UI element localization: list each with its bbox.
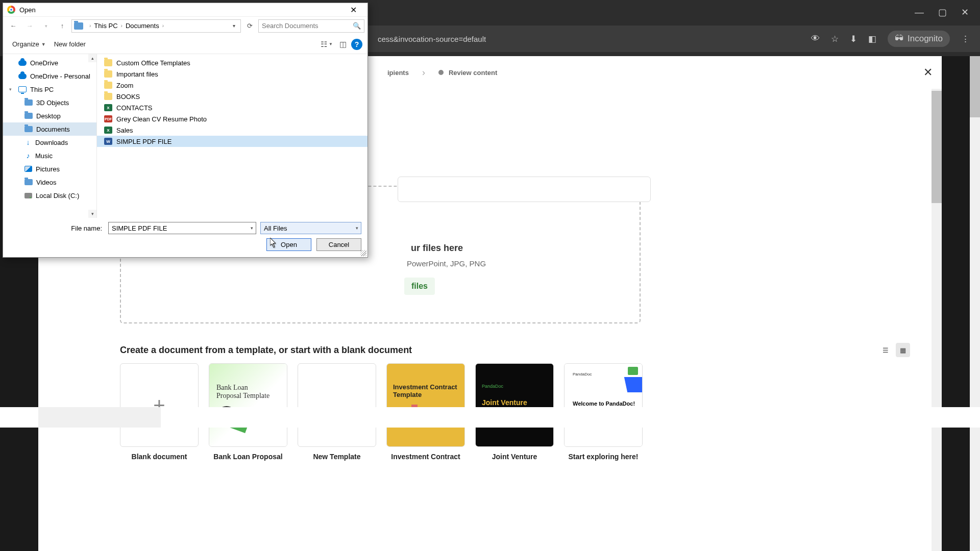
dialog-footer: File name: SIMPLE PDF FILE ▾ All Files ▾… [3, 218, 368, 257]
tree-item-this-pc[interactable]: ▾This PC [3, 83, 96, 96]
dialog-close-icon[interactable]: ✕ [343, 5, 363, 15]
dialog-nav: ← → ▾ ↑ › This PC › Documents › ▾ ⟳ 🔍 [3, 16, 368, 35]
address-bar: cess&invocation-source=default 👁 ☆ ⬇ ◧ 🕶… [368, 26, 980, 52]
file-name: Sales [116, 127, 133, 134]
chevron-right-icon: › [422, 67, 425, 78]
organize-menu[interactable]: Organize ▼ [8, 38, 50, 50]
search-icon[interactable]: 🔍 [353, 22, 361, 30]
eye-off-icon[interactable]: 👁 [811, 34, 820, 44]
file-name-label: File name: [9, 224, 104, 232]
cancel-button[interactable]: Cancel [316, 238, 361, 251]
file-contacts[interactable]: XCONTACTS [97, 102, 368, 113]
file-name: Grey Clean CV Resume Photo [116, 115, 207, 123]
kebab-menu-icon[interactable]: ⋮ [961, 34, 970, 44]
tree-item-label: OneDrive [30, 59, 58, 67]
incognito-badge[interactable]: 🕶 Incognito [888, 31, 950, 47]
cloud-icon [18, 60, 27, 66]
folder-icon [24, 179, 33, 185]
tree-item-videos[interactable]: Videos [3, 176, 96, 189]
pic-icon [24, 166, 32, 172]
tree-item-onedrive[interactable]: OneDrive [3, 56, 96, 69]
wizard-step-review[interactable]: Review content [438, 69, 497, 77]
tree-item-desktop[interactable]: Desktop [3, 109, 96, 122]
scrollbar-inner[interactable] [932, 89, 942, 551]
preview-pane-icon[interactable]: ◫ [335, 38, 351, 51]
scroll-up-icon[interactable]: ▴ [88, 54, 96, 62]
chevron-right-icon: › [121, 23, 122, 29]
word-icon: W [104, 138, 112, 145]
file-books[interactable]: BOOKS [97, 91, 368, 102]
chevron-down-icon[interactable]: ▾ [9, 87, 12, 92]
tree-item-label: Music [35, 152, 53, 160]
bookmark-icon[interactable]: ☆ [831, 34, 839, 44]
excel-icon: X [104, 127, 112, 134]
chevron-down-icon[interactable]: ▾ [230, 23, 238, 29]
dropzone-subtitle: PowerPoint, JPG, PNG [407, 259, 486, 268]
folder-icon [104, 93, 112, 100]
file-name: Custom Office Templates [116, 59, 190, 67]
window-controls: — ▢ ✕ [903, 0, 980, 24]
pdf-icon: PDF [104, 115, 112, 122]
up-icon[interactable]: ↑ [55, 19, 69, 33]
input-box[interactable] [398, 177, 651, 202]
file-sales[interactable]: XSales [97, 124, 368, 136]
panel-icon[interactable]: ◧ [868, 34, 876, 44]
scrollbar-outer[interactable] [970, 56, 980, 551]
chevron-down-icon[interactable]: ▾ [356, 226, 358, 231]
file-name-input[interactable]: SIMPLE PDF FILE ▾ [108, 222, 256, 234]
tree-item-music[interactable]: ♪Music [3, 149, 96, 162]
tree-item-label: Downloads [35, 139, 68, 146]
refresh-icon[interactable]: ⟳ [243, 19, 256, 33]
dialog-toolbar: Organize ▼ New folder ☷ ▼ ◫ ? [3, 35, 368, 54]
file-zoom[interactable]: Zoom [97, 80, 368, 91]
search-input[interactable]: 🔍 [258, 19, 364, 33]
folder-icon [104, 59, 112, 66]
tree-item-pictures[interactable]: Pictures [3, 162, 96, 176]
file-important-files[interactable]: Important files [97, 68, 368, 80]
breadcrumb[interactable]: › This PC › Documents › ▾ [71, 19, 241, 33]
minimize-icon[interactable]: — [915, 7, 924, 18]
incognito-icon: 🕶 [895, 34, 903, 44]
close-window-icon[interactable]: ✕ [961, 7, 969, 18]
back-icon[interactable]: ← [6, 19, 20, 33]
music-icon: ♪ [24, 152, 32, 159]
chevron-down-icon[interactable]: ▾ [251, 226, 253, 231]
tree-item-onedrive-personal[interactable]: OneDrive - Personal [3, 69, 96, 83]
breadcrumb-this-pc[interactable]: This PC [94, 22, 117, 30]
help-icon[interactable]: ? [351, 39, 362, 50]
file-simple-pdf-file[interactable]: WSIMPLE PDF FILE [97, 136, 368, 147]
wizard-step-recipients[interactable]: ipients [387, 69, 409, 77]
view-options-icon[interactable]: ☷ ▼ [318, 38, 335, 51]
breadcrumb-documents[interactable]: Documents [126, 22, 159, 30]
file-grey-clean-cv-resume-photo[interactable]: PDFGrey Clean CV Resume Photo [97, 113, 368, 124]
folder-icon [74, 22, 83, 30]
recent-dropdown-icon[interactable]: ▾ [39, 19, 53, 33]
open-button[interactable]: Open [266, 238, 311, 251]
download-icon[interactable]: ⬇ [850, 34, 857, 44]
folder-icon [24, 113, 33, 119]
close-icon[interactable]: ✕ [923, 66, 933, 79]
file-custom-office-templates[interactable]: Custom Office Templates [97, 57, 368, 68]
file-name: CONTACTS [116, 104, 153, 112]
step-dot-icon [438, 70, 444, 75]
select-files-button[interactable]: files [404, 278, 435, 295]
tree-item-label: 3D Objects [36, 99, 69, 107]
excel-icon: X [104, 104, 112, 111]
tree-item-documents[interactable]: Documents [3, 122, 96, 136]
tree-item-label: OneDrive - Personal [30, 72, 90, 80]
tree-item-local-disk-c-[interactable]: Local Disk (C:) [3, 189, 96, 202]
grid-view-icon[interactable]: ▦ [896, 343, 910, 357]
tree-item-downloads[interactable]: ↓Downloads [3, 136, 96, 149]
search-field[interactable] [262, 22, 353, 30]
tree-item-label: Videos [36, 179, 57, 186]
scroll-down-icon[interactable]: ▾ [88, 210, 96, 218]
folder-icon [24, 126, 33, 132]
tree-item-label: This PC [30, 86, 54, 93]
maximize-icon[interactable]: ▢ [938, 7, 947, 18]
resize-grip[interactable] [360, 250, 366, 256]
file-type-select[interactable]: All Files ▾ [260, 222, 361, 234]
new-folder-button[interactable]: New folder [50, 38, 90, 50]
dialog-title: Open [19, 6, 343, 14]
list-view-icon[interactable]: ☰ [878, 343, 893, 357]
tree-item-3d-objects[interactable]: 3D Objects [3, 96, 96, 109]
